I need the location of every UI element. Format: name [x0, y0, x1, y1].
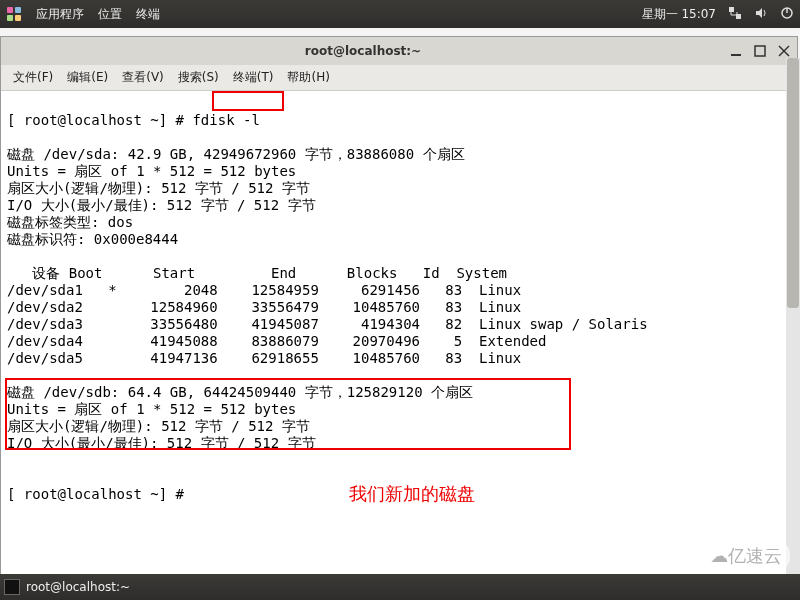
svg-rect-3 [15, 15, 21, 21]
table-header: 设备 Boot Start End Blocks Id System [7, 265, 507, 281]
power-icon[interactable] [780, 6, 794, 23]
menubar: 文件(F) 编辑(E) 查看(V) 搜索(S) 终端(T) 帮助(H) [1, 65, 797, 91]
annotation-text: 我们新加的磁盘 [349, 486, 475, 503]
output-line [7, 248, 15, 264]
output-line [7, 129, 15, 145]
menu-file[interactable]: 文件(F) [7, 67, 59, 88]
output-line: Units = 扇区 of 1 * 512 = 512 bytes [7, 163, 296, 179]
svg-rect-9 [755, 46, 765, 56]
menu-places[interactable]: 位置 [98, 6, 122, 23]
prompt: [ root@localhost ~] # [7, 486, 192, 502]
menu-applications[interactable]: 应用程序 [36, 6, 84, 23]
cloud-icon: ☁ [710, 545, 728, 566]
svg-rect-2 [7, 15, 13, 21]
menu-terminal[interactable]: 终端 [136, 6, 160, 23]
table-row: /dev/sda2 12584960 33556479 10485760 83 … [7, 299, 521, 315]
menu-view[interactable]: 查看(V) [116, 67, 170, 88]
terminal-window: root@localhost:~ 文件(F) 编辑(E) 查看(V) 搜索(S)… [0, 36, 798, 588]
table-row: /dev/sda5 41947136 62918655 10485760 83 … [7, 350, 521, 366]
output-line [7, 452, 15, 468]
scroll-thumb[interactable] [787, 58, 799, 308]
command: fdisk -l [192, 112, 259, 128]
titlebar[interactable]: root@localhost:~ [1, 37, 797, 65]
output-line [7, 469, 15, 485]
output-line: 磁盘标识符: 0x000e8444 [7, 231, 178, 247]
taskbar-terminal-icon[interactable] [4, 579, 20, 595]
volume-icon[interactable] [754, 6, 768, 23]
activities-icon[interactable] [6, 6, 22, 22]
prompt: [ root@localhost ~] # [7, 112, 192, 128]
menu-edit[interactable]: 编辑(E) [61, 67, 114, 88]
output-line: 磁盘 /dev/sda: 42.9 GB, 42949672960 字节，838… [7, 146, 465, 162]
close-button[interactable] [777, 44, 791, 58]
taskbar: root@localhost:~ [0, 574, 800, 600]
output-line: 扇区大小(逻辑/物理): 512 字节 / 512 字节 [7, 180, 310, 196]
highlight-new-disk-box [5, 378, 571, 450]
table-row: /dev/sda4 41945088 83886079 20970496 5 E… [7, 333, 546, 349]
minimize-button[interactable] [729, 44, 743, 58]
clock[interactable]: 星期一 15:07 [642, 6, 716, 23]
output-line: 磁盘标签类型: dos [7, 214, 133, 230]
gnome-topbar: 应用程序 位置 终端 星期一 15:07 [0, 0, 800, 28]
terminal-body[interactable]: [ root@localhost ~] # fdisk -l 磁盘 /dev/s… [1, 91, 797, 587]
menu-help[interactable]: 帮助(H) [281, 67, 335, 88]
menu-search[interactable]: 搜索(S) [172, 67, 225, 88]
vertical-scrollbar[interactable] [786, 58, 800, 574]
network-icon[interactable] [728, 6, 742, 23]
table-row: /dev/sda3 33556480 41945087 4194304 82 L… [7, 316, 648, 332]
menu-terminal-menu[interactable]: 终端(T) [227, 67, 280, 88]
table-row: /dev/sda1 * 2048 12584959 6291456 83 Lin… [7, 282, 521, 298]
highlight-command-box [212, 91, 284, 111]
taskbar-window-label[interactable]: root@localhost:~ [26, 580, 130, 594]
output-line: I/O 大小(最小/最佳): 512 字节 / 512 字节 [7, 197, 316, 213]
window-title: root@localhost:~ [7, 44, 719, 58]
svg-rect-1 [15, 7, 21, 13]
svg-rect-0 [7, 7, 13, 13]
svg-rect-4 [729, 7, 734, 12]
watermark: ☁亿速云 [702, 542, 790, 570]
maximize-button[interactable] [753, 44, 767, 58]
